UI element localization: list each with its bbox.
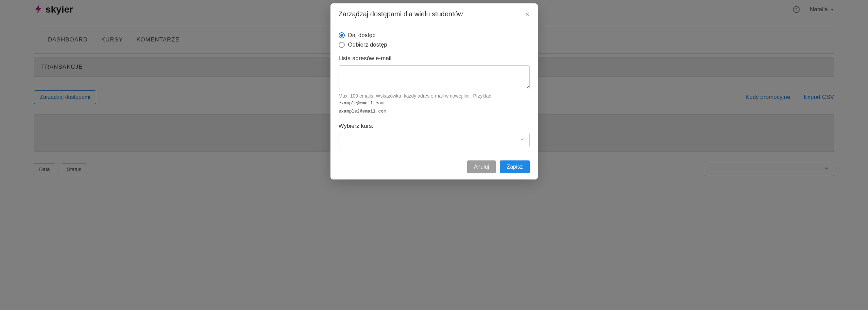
manage-access-modal: Zarządzaj dostępami dla wielu studentów … — [330, 3, 538, 179]
course-select-label: Wybierz kurs: — [339, 123, 530, 130]
radio-unchecked-icon — [339, 42, 345, 48]
radio-checked-icon — [339, 32, 345, 38]
save-button[interactable]: Zapisz — [500, 160, 529, 173]
email-example-2: example2@email.com — [339, 108, 530, 115]
email-list-label: Lista adresów e-mail — [339, 55, 530, 62]
email-hint: Max: 100 emails. Wskazówka: każdy adres … — [339, 93, 530, 99]
close-icon[interactable]: × — [525, 11, 530, 18]
course-select[interactable] — [339, 133, 530, 147]
email-example-1: example@email.com — [339, 100, 530, 107]
chevron-down-icon — [519, 136, 525, 144]
radio-give-label: Daj dostęp — [348, 32, 376, 39]
radio-give-access[interactable]: Daj dostęp — [339, 32, 530, 39]
radio-revoke-access[interactable]: Odbierz dostęp — [339, 41, 530, 48]
radio-revoke-label: Odbierz dostęp — [348, 41, 387, 48]
email-list-textarea[interactable] — [339, 65, 530, 89]
access-radio-group: Daj dostęp Odbierz dostęp — [339, 32, 530, 48]
modal-title: Zarządzaj dostępami dla wielu studentów — [339, 10, 463, 18]
cancel-button[interactable]: Anuluj — [467, 160, 496, 173]
